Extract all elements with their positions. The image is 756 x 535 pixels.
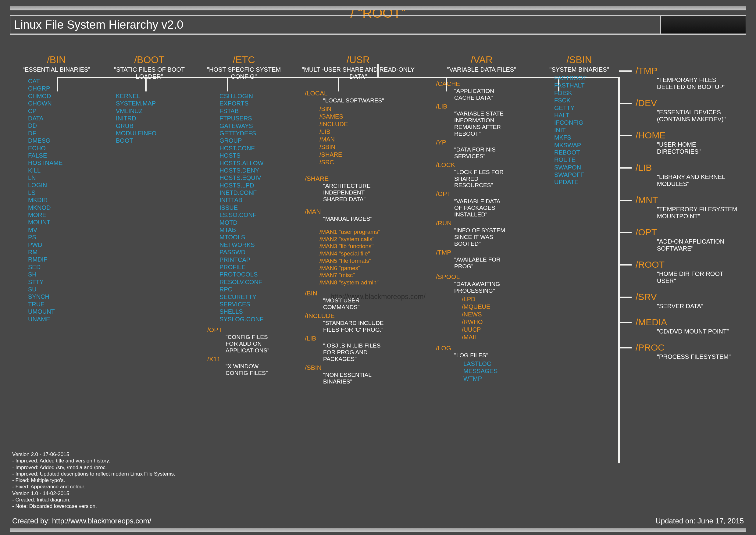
list-item: SYSTEM.MAP	[116, 100, 192, 107]
dir-label: /YP	[436, 138, 537, 146]
list-item: MKFS	[554, 134, 616, 141]
etc-desc: "HOST SPECFIC SYSTEM CONFIG"	[198, 66, 290, 80]
list-item: PS	[28, 234, 100, 241]
usr-share-desc: "ARCHITECTURE INDEPENDENT SHARED DATA"	[305, 183, 390, 203]
list-item: HALT	[554, 112, 616, 119]
dir-desc: "VARIABLE DATA OF PACKAGES INSTALLED"	[436, 198, 509, 218]
list-item: CHGRP	[28, 85, 100, 92]
top-border	[10, 6, 746, 10]
dir-label: /TMP	[436, 248, 537, 256]
right-dir: /ROOT	[635, 259, 741, 270]
list-item: SWAPON	[554, 164, 616, 171]
list-item: UMOUNT	[28, 308, 100, 315]
list-item: RESOLV.CONF	[219, 278, 290, 286]
dir-label: /OPT	[436, 190, 537, 198]
connector-tick	[619, 296, 631, 298]
right-desc: "ADD-ON APPLICATION SOFTWARE"	[635, 238, 741, 252]
list-item: LN	[28, 174, 100, 182]
list-item: RPC	[219, 286, 290, 293]
var-spool-dir: /SPOOL	[436, 273, 537, 281]
connector-tick	[619, 347, 631, 349]
connector-tick	[619, 232, 631, 233]
list-item: KILL	[28, 167, 100, 174]
list-item: ECHO	[28, 145, 100, 152]
right-desc: "HOME DIR FOR ROOT USER"	[635, 270, 741, 284]
footer: Created by: http://www.blackmoreops.com/…	[12, 517, 744, 525]
dir-desc: "VARIABLE STATE INFORMATION REMAINS AFTE…	[436, 110, 509, 137]
list-item: REBOOT	[554, 149, 616, 156]
list-item: MTAB	[219, 226, 290, 234]
list-item: MKDIR	[28, 196, 100, 204]
col-usr: /USR "MULTI-USER SHARE AND READ-ONLY DAT…	[296, 21, 421, 386]
list-item: HOST.CONF	[219, 145, 290, 152]
list-item: HOSTS.ALLOW	[219, 159, 290, 167]
dir-desc: "APPLICATION CACHE DATA"	[436, 88, 509, 101]
man-entry: /MAN7 "misc"	[320, 271, 421, 279]
col-etc: /ETC "HOST SPECFIC SYSTEM CONFIG" CSH.LO…	[198, 21, 290, 386]
list-item: INITTAB	[219, 196, 290, 204]
sbin-desc: "SYSTEM BINARIES"	[543, 66, 616, 73]
right-dir: /PROC	[635, 342, 741, 353]
list-item: INIT	[554, 127, 616, 134]
var-desc: "VARIABLE DATA FILES"	[427, 66, 537, 73]
right-dir: /DEV	[635, 98, 741, 108]
list-item: IFCONFIG	[554, 119, 616, 126]
list-item: MKNOD	[28, 204, 100, 211]
var-log-files: LASTLOGMESSAGESWTMP	[436, 360, 537, 382]
right-dir: /OPT	[635, 227, 741, 238]
list-item: CHMOD	[28, 92, 100, 100]
list-item: ROUTE	[554, 156, 616, 163]
right-desc: "TEMPERORY FILESYSTEM MOUNTPOINT"	[635, 206, 741, 220]
list-item: FASTBOOT	[554, 74, 616, 82]
list-item: CP	[28, 107, 100, 115]
list-item: RM	[28, 248, 100, 256]
right-item: /MEDIA"CD/DVD MOUNT POINT”	[619, 317, 741, 335]
dir-desc: "STANDARD INCLUDE FILES FOR 'C' PROG."	[305, 320, 390, 333]
bottom-border	[10, 528, 746, 532]
dir-desc: ".OBJ .BIN .LIB FILES FOR PROG AND PACKA…	[305, 342, 390, 362]
usr-man-desc: "MANUAL PAGES"	[305, 215, 421, 222]
list-item: SERVICES	[219, 300, 290, 308]
dir-label: /GAMES	[320, 113, 421, 121]
dir-label: /LIB	[320, 128, 421, 136]
man-entry: /MAN4 "special file"	[320, 250, 421, 257]
dir-label: /LIB	[436, 102, 537, 110]
usr-local: /LOCAL "LOCAL SOFTWARES" /BIN/GAMES/INCL…	[296, 89, 421, 166]
list-item: MOTD	[219, 219, 290, 226]
list-item: HOSTNAME	[28, 159, 100, 166]
dir-desc: "INFO OF SYSTEM SINCE IT WAS BOOTED"	[436, 227, 509, 247]
usr-man-entries: /MAN1 "user programs"/MAN2 "system calls…	[305, 228, 421, 286]
connector-tick	[619, 70, 631, 71]
right-item: /OPT"ADD-ON APPLICATION SOFTWARE"	[619, 227, 741, 252]
version-line: - Improved: Updated descriptions to refl…	[12, 471, 175, 477]
connector-tick	[619, 135, 631, 136]
list-item: BOOT	[116, 137, 192, 144]
list-item: MORE	[28, 211, 100, 218]
list-item: SECURETTY	[219, 293, 290, 300]
right-desc: "TEMPORARY FILES DELETED ON BOOTUP"	[635, 76, 741, 91]
bin-desc: “ESSENTIAL BINARIES”	[12, 66, 100, 73]
dir-desc: "NON ESSENTIAL BINARIES"	[305, 372, 390, 385]
list-item: CAT	[28, 77, 100, 85]
usr-man: /MAN "MANUAL PAGES" /MAN1 "user programs…	[296, 208, 421, 286]
right-dir: /MNT	[635, 195, 741, 205]
list-item: DMESG	[28, 137, 100, 144]
man-entry: /MAN1 "user programs"	[320, 228, 421, 236]
usr-man-dir: /MAN	[305, 208, 421, 215]
version-line: Version 2.0 - 17-06-2015	[12, 451, 175, 458]
dir-desc: "CONFIG FILES FOR ADD ON APPLICATIONS"	[207, 334, 274, 354]
right-dir: /LIB	[635, 162, 741, 173]
right-item: /MNT"TEMPERORY FILESYSTEM MOUNTPOINT"	[619, 195, 741, 220]
dir-label: /OPT	[207, 326, 290, 334]
etc-file-list: CSH.LOGINEXPORTSFSTABFTPUSERSGATEWAYSGET…	[198, 92, 290, 323]
version-line: - Fixed: Appearance and colour.	[12, 484, 175, 490]
list-item: WTMP	[463, 375, 537, 382]
right-desc: "PROCESS FILESYSTEM"	[635, 353, 741, 360]
list-item: RMDIF	[28, 256, 100, 263]
list-item: SWAPOFF	[554, 171, 616, 178]
dir-desc: "DATA FOR NIS SERVICES”	[436, 146, 509, 160]
dir-label: /LPD	[462, 296, 537, 303]
boot-file-list: KERNELSYSTEM.MAPVMLINUZINITRDGRUBMODULEI…	[107, 92, 192, 145]
list-item: NETWORKS	[219, 241, 290, 248]
list-item: PASSWD	[219, 248, 290, 256]
